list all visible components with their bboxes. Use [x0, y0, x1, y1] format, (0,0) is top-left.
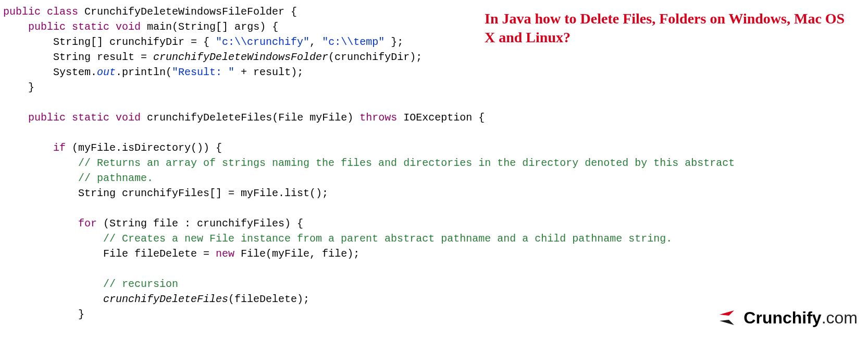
string-literal: "c:\\temp"	[322, 36, 385, 48]
brand-logo: Crunchify.com	[718, 306, 858, 330]
string-literal: "Result: "	[172, 66, 234, 78]
comment-line: // Returns an array of strings naming th…	[3, 157, 735, 169]
method-call: crunchifyDeleteFiles	[103, 293, 228, 305]
method-main-sig: main(String[] args) {	[141, 21, 278, 33]
keyword-throws: throws	[359, 112, 397, 124]
keyword-new: new	[216, 248, 234, 260]
statement: String crunchifyFiles[] = myFile.list();	[3, 187, 328, 199]
keyword-static: static	[72, 112, 109, 124]
code-block: public class CrunchifyDeleteWindowsFileF…	[0, 0, 868, 326]
keyword-void: void	[116, 112, 141, 124]
keyword-public: public	[28, 21, 66, 33]
brace-close: }	[3, 81, 34, 93]
brace-close: }	[3, 308, 84, 320]
keyword-public: public	[3, 6, 41, 18]
method-call: crunchifyDeleteWindowsFolder	[153, 51, 328, 63]
page-title: In Java how to Delete Files, Folders on …	[485, 9, 852, 47]
comment-line: // pathname.	[3, 172, 153, 184]
field-out: out	[97, 66, 116, 78]
brand-name: Crunchify	[743, 306, 821, 330]
comment-line: // Creates a new File instance from a pa…	[3, 233, 672, 245]
brand-domain: .com	[822, 306, 858, 330]
keyword-static: static	[72, 21, 109, 33]
class-name: CrunchifyDeleteWindowsFileFolder {	[78, 6, 297, 18]
crunchify-icon	[718, 309, 739, 326]
keyword-class: class	[47, 6, 78, 18]
keyword-if: if	[53, 142, 66, 154]
method-delete-sig: crunchifyDeleteFiles(File myFile)	[141, 112, 359, 124]
keyword-void: void	[116, 21, 141, 33]
keyword-for: for	[78, 218, 97, 230]
string-literal: "c:\\crunchify"	[216, 36, 309, 48]
comment-line: // recursion	[3, 278, 178, 290]
keyword-public: public	[28, 112, 66, 124]
